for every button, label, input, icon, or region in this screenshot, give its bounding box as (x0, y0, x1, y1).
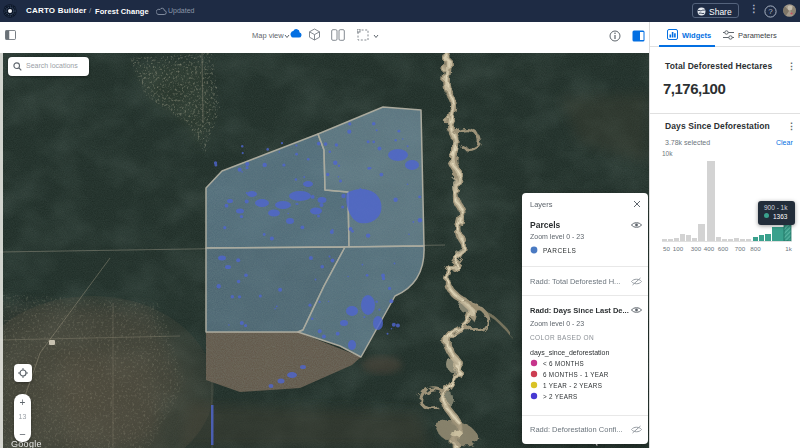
svg-text:10k: 10k (662, 150, 673, 157)
svg-text:700: 700 (735, 245, 746, 252)
svg-text:1k: 1k (785, 245, 792, 252)
svg-text:600: 600 (718, 245, 729, 252)
svg-text:400: 400 (704, 245, 715, 252)
svg-text:?: ? (768, 7, 773, 16)
svg-text:50: 50 (663, 245, 670, 252)
svg-text:300: 300 (691, 245, 702, 252)
svg-text:100: 100 (673, 245, 684, 252)
svg-text:800: 800 (750, 245, 761, 252)
